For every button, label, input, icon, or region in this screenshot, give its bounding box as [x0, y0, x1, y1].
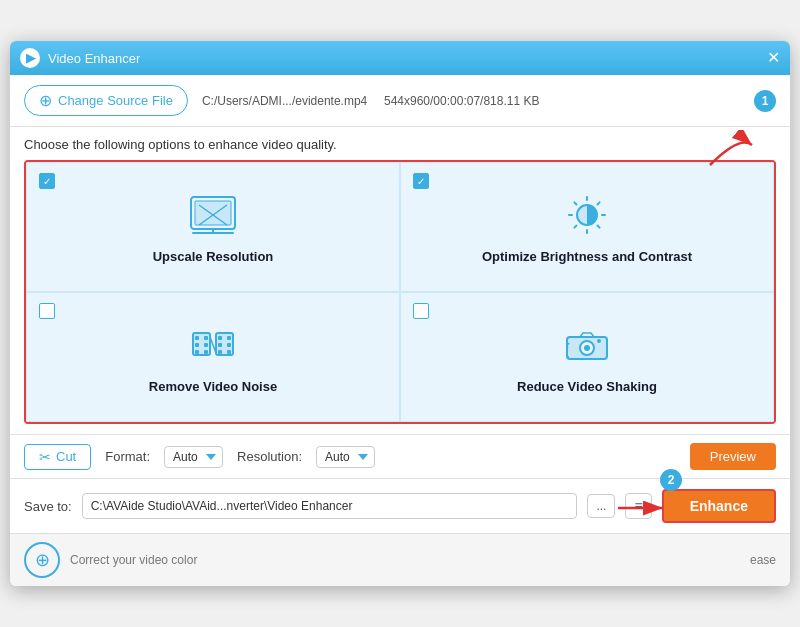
badge-2: 2 — [660, 469, 682, 491]
svg-rect-12 — [195, 350, 199, 354]
scissors-icon: ✂ — [39, 449, 51, 465]
change-source-label: Change Source File — [58, 93, 173, 108]
file-path: C:/Users/ADMI.../evidente.mp4 544x960/00… — [202, 94, 776, 108]
svg-rect-15 — [204, 350, 208, 354]
svg-rect-16 — [218, 336, 222, 340]
noise-label: Remove Video Noise — [149, 379, 277, 394]
svg-rect-2 — [195, 201, 231, 225]
noise-checkbox[interactable] — [39, 303, 55, 319]
save-to-label: Save to: — [24, 499, 72, 514]
save-path-input[interactable] — [82, 493, 578, 519]
arrow-annotation-1 — [700, 130, 760, 168]
svg-rect-17 — [218, 343, 222, 347]
close-button[interactable]: ✕ — [767, 50, 780, 66]
svg-rect-13 — [204, 336, 208, 340]
cut-button[interactable]: ✂ Cut — [24, 444, 91, 470]
arrow-annotation-2 — [608, 493, 678, 527]
svg-rect-18 — [218, 350, 222, 354]
remove-noise-cell[interactable]: Remove Video Noise — [26, 292, 400, 422]
source-bar: ⊕ Change Source File C:/Users/ADMI.../ev… — [10, 75, 790, 127]
bottom-bar: 2 Save to: ... ≡ Enhance — [10, 479, 790, 533]
upscale-icon — [187, 193, 239, 241]
enhance-grid-border: Upscale Resolution — [24, 160, 776, 424]
upscale-checkbox[interactable] — [39, 173, 55, 189]
app-icon: ▶ — [20, 48, 40, 68]
peek-bar: ⊕ Correct your video color ease — [10, 533, 790, 586]
badge-1: 1 — [754, 90, 776, 112]
enhance-grid-wrapper: Upscale Resolution — [10, 160, 790, 434]
svg-rect-14 — [204, 343, 208, 347]
change-source-button[interactable]: ⊕ Change Source File — [24, 85, 188, 116]
svg-rect-19 — [227, 336, 231, 340]
peek-right-text: ease — [750, 553, 776, 567]
format-select[interactable]: Auto — [164, 446, 223, 468]
brightness-label: Optimize Brightness and Contrast — [482, 249, 692, 264]
brightness-checkbox[interactable] — [413, 173, 429, 189]
peek-text: Correct your video color — [70, 553, 197, 567]
upscale-resolution-cell[interactable]: Upscale Resolution — [26, 162, 400, 292]
red-arrow-1 — [700, 130, 760, 168]
enhance-grid: Upscale Resolution — [26, 162, 774, 422]
window-title: Video Enhancer — [48, 51, 140, 66]
main-window: ▶ Video Enhancer ✕ ⊕ Change Source File … — [10, 41, 790, 586]
red-arrow-2 — [608, 493, 678, 523]
format-label: Format: — [105, 449, 150, 464]
brightness-icon — [561, 193, 613, 241]
peek-icon: ⊕ — [24, 542, 60, 578]
plus-icon: ⊕ — [39, 91, 52, 110]
noise-icon — [187, 323, 239, 371]
shaking-checkbox[interactable] — [413, 303, 429, 319]
svg-rect-11 — [195, 343, 199, 347]
svg-rect-20 — [227, 343, 231, 347]
brightness-contrast-cell[interactable]: Optimize Brightness and Contrast — [400, 162, 774, 292]
svg-point-25 — [584, 345, 590, 351]
subtitle: Choose the following options to enhance … — [10, 127, 790, 160]
resolution-select[interactable]: Auto — [316, 446, 375, 468]
svg-rect-21 — [227, 350, 231, 354]
shaking-label: Reduce Video Shaking — [517, 379, 657, 394]
title-bar-left: ▶ Video Enhancer — [20, 48, 140, 68]
enhance-button[interactable]: Enhance — [662, 489, 776, 523]
cut-label: Cut — [56, 449, 76, 464]
svg-point-26 — [597, 339, 601, 343]
svg-rect-10 — [195, 336, 199, 340]
preview-button[interactable]: Preview — [690, 443, 776, 470]
resolution-label: Resolution: — [237, 449, 302, 464]
reduce-shaking-cell[interactable]: Reduce Video Shaking — [400, 292, 774, 422]
title-bar: ▶ Video Enhancer ✕ — [10, 41, 790, 75]
upscale-label: Upscale Resolution — [153, 249, 274, 264]
shaking-icon — [561, 323, 613, 371]
